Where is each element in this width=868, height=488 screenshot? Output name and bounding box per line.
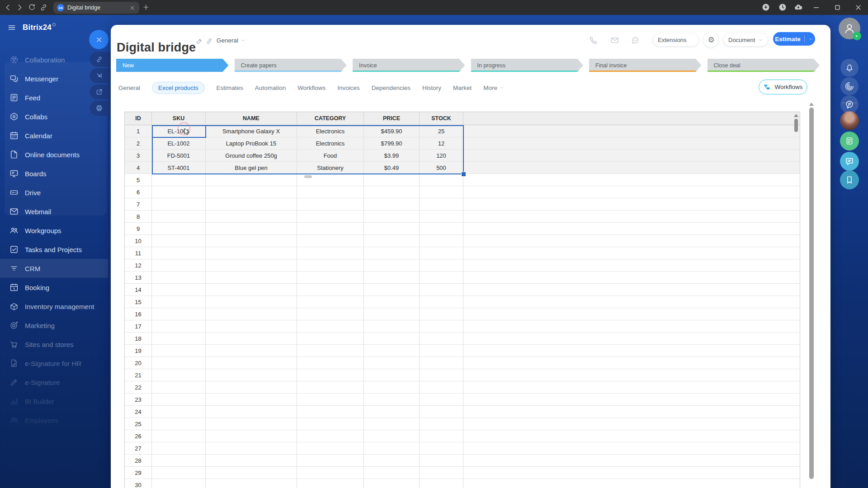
sheet-row[interactable]: 30	[125, 479, 800, 488]
sheet-cell[interactable]	[206, 198, 297, 210]
sheet-cell[interactable]: 12	[420, 137, 463, 149]
fill-handle[interactable]	[461, 172, 466, 177]
sheet-cell[interactable]	[364, 394, 420, 405]
sheet-row[interactable]: 14	[125, 284, 800, 296]
stage-in-progress[interactable]: In progress	[471, 59, 584, 72]
edit-title-icon[interactable]	[196, 38, 203, 45]
tab-close-icon[interactable]	[129, 5, 136, 11]
sheet-cell[interactable]	[206, 186, 297, 198]
sheet-cell[interactable]	[152, 247, 206, 259]
copy-link-icon[interactable]	[206, 38, 213, 45]
sheet-cell[interactable]	[152, 381, 206, 393]
sheet-cell[interactable]	[297, 406, 364, 418]
sheet-row[interactable]: 18	[125, 333, 800, 345]
sheet-cell[interactable]	[152, 479, 206, 488]
sheet-cell[interactable]	[206, 394, 297, 405]
sheet-cell[interactable]	[206, 247, 297, 259]
sheet-row[interactable]: 23	[125, 394, 800, 406]
sheet-cell[interactable]	[364, 198, 420, 210]
sheet-cell[interactable]	[297, 198, 364, 210]
sheet-cell[interactable]: 19	[125, 345, 152, 357]
sheet-cell[interactable]	[152, 198, 206, 210]
sheet-cell[interactable]	[297, 369, 364, 381]
tab-market[interactable]: Market	[453, 84, 472, 91]
autofill-options-handle[interactable]	[304, 175, 312, 178]
window-minimize-icon[interactable]	[812, 3, 821, 12]
sheet-cell[interactable]: Electronics	[297, 137, 364, 149]
sheet-row[interactable]: 12	[125, 259, 800, 272]
brand-logo[interactable]: Bitrix24	[23, 23, 56, 32]
sidebar-item-bi-builder[interactable]: BI Builder	[0, 392, 108, 411]
sheet-cell[interactable]: Ground coffee 250g	[206, 150, 297, 161]
sheet-cell[interactable]	[420, 467, 463, 479]
sheet-cell[interactable]	[206, 381, 297, 393]
sheet-cell[interactable]: 25	[420, 125, 463, 137]
sheet-cell[interactable]: 14	[125, 284, 152, 296]
panel-scrollbar[interactable]	[809, 103, 814, 488]
sheet-cell[interactable]: 10	[125, 235, 152, 247]
rail-notifications[interactable]	[840, 59, 859, 77]
sheet-cell[interactable]: 11	[125, 247, 152, 259]
rail-chats[interactable]	[840, 152, 859, 171]
sidebar-item-marketing[interactable]: Marketing	[0, 316, 108, 335]
sidebar-item-crm[interactable]: CRM	[0, 259, 108, 278]
sheet-row[interactable]: 19	[125, 345, 800, 357]
panel-close-button[interactable]	[89, 30, 108, 49]
workflows-button[interactable]: Workflows	[759, 80, 807, 94]
sheet-cell[interactable]	[420, 259, 463, 271]
cloud-icon[interactable]	[794, 3, 803, 12]
sheet-cell[interactable]	[364, 357, 420, 369]
sheet-row[interactable]: 8	[125, 211, 800, 223]
sidebar-item-employees[interactable]: Employees	[0, 411, 108, 430]
sheet-cell[interactable]: 29	[125, 467, 152, 479]
sheet-cell[interactable]	[152, 455, 206, 466]
tab-automation[interactable]: Automation	[255, 84, 286, 91]
sheet-cell[interactable]	[297, 235, 364, 247]
browser-link-icon[interactable]	[39, 3, 48, 12]
sheet-cell[interactable]	[420, 223, 463, 235]
sheet-scrollbar[interactable]	[794, 113, 798, 487]
sheet-cell[interactable]	[297, 272, 364, 283]
sheet-cell[interactable]	[420, 272, 463, 283]
sheet-cell[interactable]	[420, 333, 463, 344]
sheet-cell[interactable]	[420, 369, 463, 381]
sheet-row[interactable]: 6	[125, 186, 800, 198]
sidebar-item-webmail[interactable]: Webmail	[0, 202, 108, 221]
sheet-cell[interactable]	[297, 479, 364, 488]
sidebar-item-booking[interactable]: Booking	[0, 278, 108, 297]
window-close-icon[interactable]	[854, 3, 863, 12]
tab-history[interactable]: History	[422, 84, 441, 91]
sheet-cell[interactable]: 2	[125, 137, 152, 149]
sidebar-item-drive[interactable]: Drive	[0, 183, 108, 202]
sheet-cell[interactable]	[152, 430, 206, 442]
sheet-scroll-thumb[interactable]	[794, 119, 798, 132]
sheet-cell[interactable]	[420, 406, 463, 418]
sheet-cell[interactable]: Food	[297, 150, 364, 161]
sheet-cell[interactable]	[152, 174, 206, 186]
chat-icon[interactable]	[631, 36, 640, 45]
sheet-cell[interactable]	[152, 406, 206, 418]
sheet-cell[interactable]	[364, 296, 420, 308]
sheet-cell[interactable]: $459.90	[364, 125, 420, 137]
sheet-cell[interactable]: $799.90	[364, 137, 420, 149]
pipeline-selector[interactable]: General	[217, 37, 245, 44]
stage-new[interactable]: New	[116, 59, 229, 72]
sheet-cell[interactable]	[297, 211, 364, 222]
sheet-row[interactable]: 28	[125, 455, 800, 467]
sheet-cell[interactable]	[152, 345, 206, 357]
sheet-cell[interactable]	[152, 442, 206, 454]
sidebar-item-tasks-and-projects[interactable]: Tasks and Projects	[0, 240, 108, 259]
sheet-cell[interactable]	[297, 320, 364, 332]
sheet-cell[interactable]	[364, 479, 420, 488]
sheet-cell[interactable]	[152, 333, 206, 344]
sheet-cell[interactable]	[364, 272, 420, 283]
sheet-cell[interactable]	[420, 174, 463, 186]
tab-more[interactable]: More	[483, 84, 504, 91]
stage-invoice[interactable]: Invoice	[353, 59, 465, 72]
sheet-cell[interactable]	[364, 467, 420, 479]
sheet-cell[interactable]: 18	[125, 333, 152, 344]
contact-avatar[interactable]	[840, 111, 859, 130]
sheet-cell[interactable]	[420, 357, 463, 369]
sheet-row[interactable]: 3FD-5001Ground coffee 250gFood$3.99120	[125, 150, 800, 162]
column-header-sku[interactable]: SKU	[152, 112, 206, 125]
